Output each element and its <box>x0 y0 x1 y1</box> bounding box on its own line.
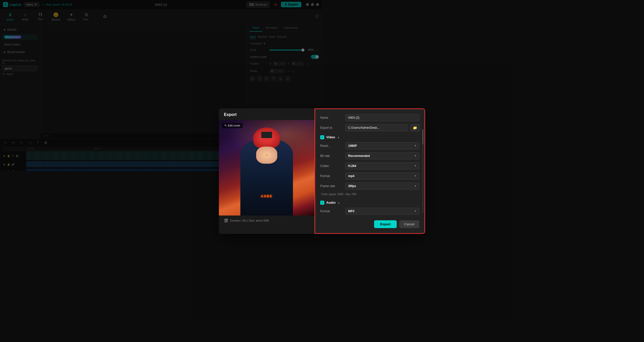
modal-title: Export <box>219 108 242 120</box>
edit-cover-button[interactable]: ✎ Edit cover <box>222 123 243 128</box>
codec-label: Codec <box>320 164 322 168</box>
video-checkbox[interactable]: ✓ <box>320 135 322 139</box>
visor <box>261 132 272 138</box>
name-label: Name <box>320 116 322 119</box>
resolution-row: Resol... 1080P ▼ <box>320 142 322 149</box>
codec-row: Codec H.264 ▼ <box>320 162 322 169</box>
char-face: 😊 <box>256 147 277 164</box>
bitrate-label: Bit rate <box>320 154 322 158</box>
cover-image-area: 😊 ANBE ✎ Edit cover <box>219 120 314 171</box>
resolution-label: Resol... <box>320 144 322 148</box>
export-to-label: Export to <box>320 126 322 130</box>
modal-overlay: Export 😊 ANBE <box>0 0 322 171</box>
char-helmet <box>253 127 280 149</box>
export-to-row: Export to 📁 <box>320 124 322 131</box>
bitrate-row: Bit rate Recommended ▼ <box>320 152 322 159</box>
modal-left: Export 😊 ANBE <box>219 108 314 171</box>
video-section-header: ✓ Video ▲ <box>320 135 322 139</box>
modal-right: Name Export to 📁 ✓ Video ▲ Resol... 1080… <box>314 108 322 171</box>
name-row: Name <box>320 114 322 121</box>
pencil-icon: ✎ <box>224 124 227 127</box>
export-modal: Export 😊 ANBE <box>219 108 322 171</box>
